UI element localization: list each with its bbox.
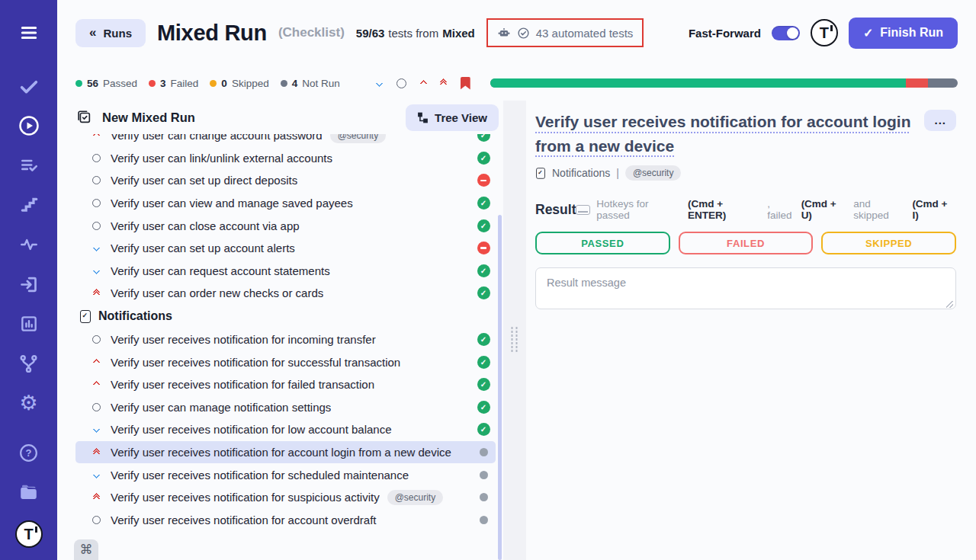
passed-button[interactable]: PASSED	[535, 232, 670, 254]
test-row-title: Verify user can set up account alerts	[111, 242, 295, 254]
test-row-title: Verify user can close account via app	[111, 219, 300, 232]
tests-source: Mixed	[442, 27, 475, 40]
test-row[interactable]: Verify user can order new checks or card…	[75, 282, 496, 305]
test-row-title: Verify user receives notification for in…	[111, 333, 376, 346]
tag-pill[interactable]: @security	[625, 165, 682, 181]
test-row[interactable]: Verify user can close account via app✓	[75, 214, 496, 237]
list-title: New Mixed Run	[102, 110, 396, 125]
test-row[interactable]: Verify user receives notification for ac…	[75, 441, 496, 464]
status-not-run-icon	[480, 471, 488, 479]
circle-icon	[89, 516, 103, 524]
test-row-title: Verify user can set up direct deposits	[111, 174, 297, 187]
skipped-button[interactable]: SKIPPED	[821, 232, 956, 254]
test-row[interactable]: Verify user receives notification for su…	[75, 486, 496, 509]
test-row[interactable]: Verify user can link/unlink external acc…	[75, 147, 496, 170]
suite-name[interactable]: Notifications	[552, 167, 610, 179]
sidebar-bottom: ? T	[15, 441, 43, 548]
automated-tests-badge[interactable]: 43 automated tests	[486, 18, 644, 47]
resize-handle-icon[interactable]	[946, 301, 953, 308]
suite-title: Notifications	[98, 309, 172, 323]
test-row[interactable]: Verify user receives notification for fa…	[75, 373, 496, 396]
projects-folder-icon[interactable]	[18, 481, 40, 504]
status-passed-icon: ✓	[477, 286, 490, 299]
bookmark-icon[interactable]	[461, 77, 470, 90]
svg-text:?: ?	[26, 447, 32, 459]
circle-filter-icon[interactable]	[396, 78, 406, 88]
status-passed-icon: ✓	[477, 333, 490, 346]
passed-dot-icon	[75, 80, 82, 87]
pulse-icon[interactable]	[18, 233, 40, 256]
test-row[interactable]: Verify user can set up direct deposits	[75, 169, 496, 192]
test-row[interactable]: Verify user can manage notification sett…	[75, 396, 496, 419]
test-row[interactable]: Verify user can view and manage saved pa…	[75, 192, 496, 215]
test-row[interactable]: Verify user can set up account alerts	[75, 237, 496, 260]
test-row[interactable]: Verify user receives notification for su…	[75, 350, 496, 373]
finish-run-label: Finish Run	[880, 26, 943, 40]
not-run-count: 4	[292, 78, 298, 89]
test-row-title: Verify user can order new checks or card…	[111, 286, 323, 299]
passed-count: 56	[87, 78, 98, 89]
test-row[interactable]: Verify user receives notification for ac…	[75, 509, 496, 532]
test-row[interactable]: Verify user can request account statemen…	[75, 260, 496, 283]
hotkeys-text: Hotkeys for passed	[596, 198, 684, 221]
top-bar-right: Fast-Forward T ✓ Finish Run	[689, 18, 958, 49]
run-type-label: (Checklist)	[278, 25, 345, 40]
test-title[interactable]: Verify user receives notification for ac…	[535, 110, 913, 158]
check-circle-icon	[517, 27, 530, 40]
status-passed-icon: ✓	[477, 264, 490, 277]
import-icon[interactable]	[18, 273, 40, 296]
hotkey-skipped: (Cmd + I)	[912, 198, 956, 221]
status-passed-icon: ✓	[477, 219, 490, 232]
panel-divider	[503, 101, 526, 560]
help-icon[interactable]: ?	[18, 441, 40, 464]
not-run-dot-icon	[281, 80, 287, 87]
test-row-title: Verify user can change account password	[111, 134, 323, 142]
test-row[interactable]: Verify user can change account password@…	[75, 134, 496, 147]
test-row[interactable]: Verify user receives notification for in…	[75, 328, 496, 351]
tree-view-button[interactable]: Tree View	[406, 104, 499, 131]
milestones-steps-icon[interactable]	[18, 194, 40, 216]
failed-button[interactable]: FAILED	[679, 232, 814, 254]
more-options-button[interactable]: ...	[924, 110, 956, 131]
run-progress-bar	[490, 78, 958, 88]
header-logo[interactable]: T	[811, 19, 838, 46]
branches-icon[interactable]	[18, 352, 40, 375]
settings-gear-icon[interactable]: ⚙	[18, 392, 40, 414]
runs-play-icon[interactable]	[18, 114, 40, 137]
not-run-label: Not Run	[302, 78, 340, 89]
test-row[interactable]: Verify user receives notification for lo…	[75, 418, 496, 441]
tag-pill: @security	[330, 134, 387, 143]
filter-icons	[377, 77, 470, 90]
fast-forward-toggle[interactable]	[772, 26, 800, 40]
list-scrollbar[interactable]	[498, 215, 502, 560]
chevron-up-icon[interactable]	[419, 79, 427, 87]
command-palette-button[interactable]: ⌘	[74, 539, 98, 560]
testomat-logo[interactable]: T	[15, 520, 43, 548]
status-passed-icon: ✓	[477, 423, 490, 436]
hotkeys-text: and skipped	[853, 198, 908, 221]
analytics-icon[interactable]	[18, 312, 40, 335]
test-row[interactable]: Verify user receives notification for sc…	[75, 463, 496, 486]
double-chevron-up-icon[interactable]	[441, 79, 446, 87]
double-chevron-left-icon: «	[89, 27, 96, 38]
robot-icon	[497, 26, 511, 40]
suite-header[interactable]: Notifications	[75, 305, 496, 328]
chevron-down-icon[interactable]	[375, 79, 383, 87]
result-label: Result	[535, 202, 576, 218]
test-row-title: Verify user receives notification for su…	[111, 356, 400, 369]
result-message-input[interactable]	[535, 267, 956, 309]
menu-icon[interactable]	[18, 21, 40, 44]
tests-check-icon[interactable]	[18, 75, 40, 98]
keyboard-icon	[576, 205, 590, 215]
chevron-down-icon	[89, 245, 103, 251]
drag-handle[interactable]	[510, 326, 520, 352]
double-chevron-up-icon	[89, 494, 103, 501]
hotkeys-text: , failed	[767, 198, 797, 221]
test-meta: Notifications | @security	[535, 165, 956, 181]
test-plans-icon[interactable]	[18, 154, 40, 177]
stats-bar: 56 Passed 3 Failed 0 Skipped 4 Not Run	[57, 66, 976, 101]
stat-skipped: 0 Skipped	[210, 78, 268, 89]
back-to-runs-button[interactable]: « Runs	[75, 19, 146, 47]
finish-run-button[interactable]: ✓ Finish Run	[849, 18, 958, 49]
double-chevron-up-icon	[89, 449, 103, 456]
